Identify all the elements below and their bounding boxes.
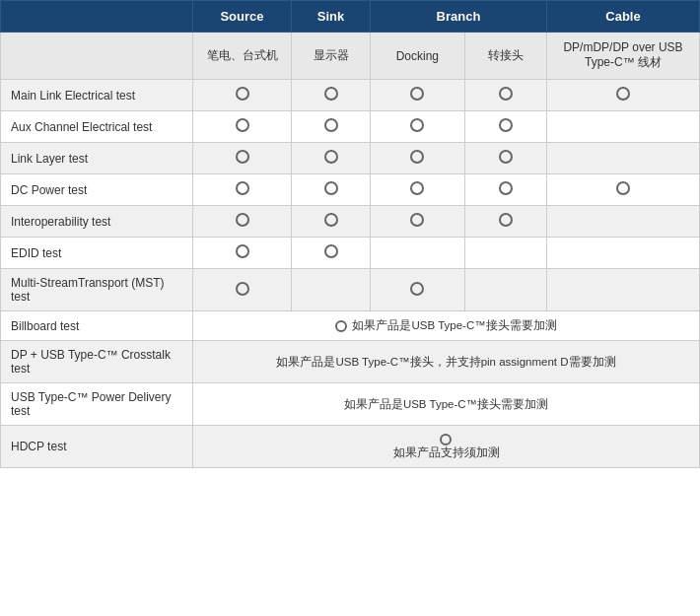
circle-icon xyxy=(616,181,630,195)
table-row: EDID test xyxy=(1,238,700,269)
cell-branch2 xyxy=(464,174,546,206)
table-row: Aux Channel Electrical test xyxy=(1,111,700,143)
table-row: DP + USB Type-C™ Crosstalk test如果产品是USB … xyxy=(1,341,700,383)
cell-cable xyxy=(547,238,700,269)
circle-icon xyxy=(236,282,249,296)
circle-icon xyxy=(410,118,424,132)
cell-branch1 xyxy=(371,111,465,143)
cell-branch2 xyxy=(464,206,546,238)
cell-branch2 xyxy=(464,238,546,269)
cell-source xyxy=(193,206,292,238)
circle-icon xyxy=(616,87,630,101)
row-label: Aux Channel Electrical test xyxy=(1,111,193,143)
cell-branch2 xyxy=(464,111,546,143)
row-label: DC Power test xyxy=(1,174,193,206)
cell-branch2 xyxy=(464,143,546,174)
circle-icon xyxy=(499,150,513,164)
cell-sink xyxy=(292,80,371,111)
row-label: EDID test xyxy=(1,238,193,269)
cell-sink xyxy=(292,206,371,238)
circle-icon xyxy=(499,181,513,195)
row-label: Main Link Electrical test xyxy=(1,80,193,111)
circle-icon xyxy=(236,87,249,101)
row-label: DP + USB Type-C™ Crosstalk test xyxy=(1,341,193,383)
col-header-branch: Branch xyxy=(371,1,547,33)
cell-source xyxy=(193,174,292,206)
header-row: Source Sink Branch Cable xyxy=(1,1,700,33)
cell-cable xyxy=(547,206,700,238)
col-header-source: Source xyxy=(193,1,292,33)
cell-branch1 xyxy=(371,143,465,174)
col-header-cable: Cable xyxy=(547,1,700,33)
circle-icon xyxy=(236,244,249,258)
cell-branch2 xyxy=(464,269,546,311)
circle-icon xyxy=(324,213,338,227)
circle-icon xyxy=(499,87,513,101)
table-row: Billboard test 如果产品是USB Type-C™接头需要加测 xyxy=(1,311,700,341)
table-row: Link Layer test xyxy=(1,143,700,174)
sub-header-row: 笔电、台式机 显示器 Docking 转接头 DP/mDP/DP over US… xyxy=(1,33,700,80)
cell-source xyxy=(193,269,292,311)
compatibility-table: Source Sink Branch Cable 笔电、台式机 显示器 Dock… xyxy=(0,0,700,468)
col-header-sink: Sink xyxy=(292,1,371,33)
note-cell: 如果产品支持须加测 xyxy=(193,426,700,468)
circle-icon xyxy=(236,181,249,195)
sub-col-branch1: Docking xyxy=(371,33,465,80)
cell-branch1 xyxy=(371,80,465,111)
circle-icon xyxy=(499,213,513,227)
circle-icon xyxy=(236,213,249,227)
cell-source xyxy=(193,111,292,143)
cell-cable xyxy=(547,143,700,174)
col-header-name xyxy=(1,1,193,33)
cell-sink xyxy=(292,269,371,311)
sub-col-branch2: 转接头 xyxy=(464,33,546,80)
circle-icon xyxy=(324,118,338,132)
circle-icon xyxy=(499,118,513,132)
cell-sink xyxy=(292,174,371,206)
table-row: Interoperability test xyxy=(1,206,700,238)
table-row: DC Power test xyxy=(1,174,700,206)
circle-icon xyxy=(236,118,249,132)
note-cell: 如果产品是USB Type-C™接头，并支持pin assignment D需要… xyxy=(193,341,700,383)
sub-col-cable: DP/mDP/DP over USB Type-C™ 线材 xyxy=(547,33,700,80)
table-row: USB Type-C™ Power Delivery test如果产品是USB … xyxy=(1,383,700,426)
cell-source xyxy=(193,143,292,174)
cell-branch1 xyxy=(371,269,465,311)
sub-col-name xyxy=(1,33,193,80)
circle-icon xyxy=(410,150,424,164)
table-row: HDCP test如果产品支持须加测 xyxy=(1,426,700,468)
cell-cable xyxy=(547,269,700,311)
cell-cable xyxy=(547,80,700,111)
cell-branch1 xyxy=(371,206,465,238)
table-row: Main Link Electrical test xyxy=(1,80,700,111)
row-label: Link Layer test xyxy=(1,143,193,174)
circle-icon xyxy=(335,320,347,332)
sub-col-sink: 显示器 xyxy=(292,33,371,80)
row-label: Multi-StreamTransport (MST) test xyxy=(1,269,193,311)
circle-icon xyxy=(410,282,424,296)
cell-cable xyxy=(547,111,700,143)
note-cell: 如果产品是USB Type-C™接头需要加测 xyxy=(193,383,700,426)
circle-icon xyxy=(440,434,452,445)
row-label: USB Type-C™ Power Delivery test xyxy=(1,383,193,426)
row-label: HDCP test xyxy=(1,426,193,468)
cell-source xyxy=(193,80,292,111)
row-label: Billboard test xyxy=(1,311,193,341)
cell-branch1 xyxy=(371,238,465,269)
sub-col-source: 笔电、台式机 xyxy=(193,33,292,80)
circle-icon xyxy=(410,213,424,227)
cell-branch1 xyxy=(371,174,465,206)
circle-icon xyxy=(324,87,338,101)
cell-source xyxy=(193,238,292,269)
cell-sink xyxy=(292,111,371,143)
circle-icon xyxy=(410,87,424,101)
table-row: Multi-StreamTransport (MST) test xyxy=(1,269,700,311)
circle-icon xyxy=(236,150,249,164)
cell-branch2 xyxy=(464,80,546,111)
cell-cable xyxy=(547,174,700,206)
circle-icon xyxy=(324,181,338,195)
cell-sink xyxy=(292,238,371,269)
circle-icon xyxy=(324,244,338,258)
cell-sink xyxy=(292,143,371,174)
row-label: Interoperability test xyxy=(1,206,193,238)
